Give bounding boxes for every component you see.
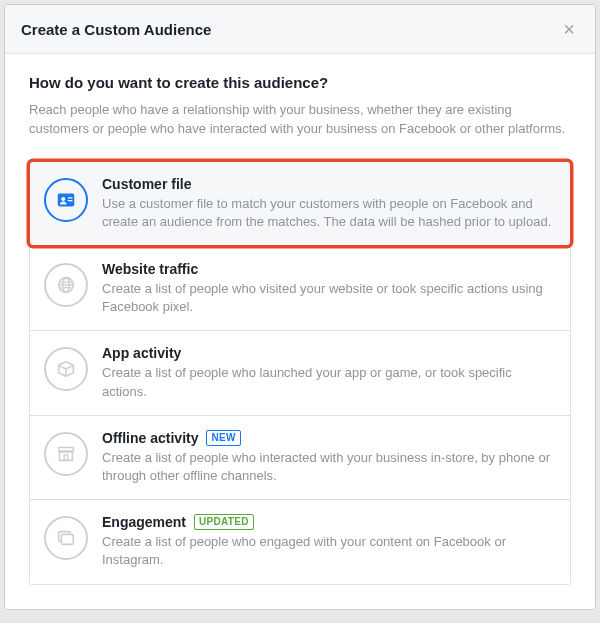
close-icon[interactable]: × (559, 19, 579, 39)
option-title: Website traffic (102, 261, 198, 277)
svg-point-1 (61, 197, 65, 201)
svg-rect-3 (68, 200, 73, 201)
option-desc: Use a customer file to match your custom… (102, 195, 554, 231)
modal-header: Create a Custom Audience × (5, 5, 595, 54)
modal-body: How do you want to create this audience?… (5, 54, 595, 609)
option-title: Offline activity (102, 430, 198, 446)
option-title: App activity (102, 345, 181, 361)
updated-badge: UPDATED (194, 514, 254, 530)
option-content: Customer file Use a customer file to mat… (102, 176, 554, 231)
question-subtext: Reach people who have a relationship wit… (29, 101, 571, 139)
option-offline-activity[interactable]: Offline activity NEW Create a list of pe… (30, 416, 570, 500)
option-title: Customer file (102, 176, 191, 192)
option-engagement[interactable]: Engagement UPDATED Create a list of peop… (30, 500, 570, 583)
option-content: App activity Create a list of people who… (102, 345, 554, 400)
engagement-icon (44, 516, 88, 560)
box-icon (44, 347, 88, 391)
modal-title: Create a Custom Audience (21, 21, 211, 38)
shop-icon (44, 432, 88, 476)
option-title: Engagement (102, 514, 186, 530)
globe-icon (44, 263, 88, 307)
new-badge: NEW (206, 430, 240, 446)
svg-rect-2 (68, 197, 73, 198)
option-content: Website traffic Create a list of people … (102, 261, 554, 316)
question-heading: How do you want to create this audience? (29, 74, 571, 91)
option-desc: Create a list of people who interacted w… (102, 449, 554, 485)
customer-file-icon (44, 178, 88, 222)
audience-option-list: Customer file Use a customer file to mat… (29, 161, 571, 585)
create-custom-audience-modal: Create a Custom Audience × How do you wa… (4, 4, 596, 610)
option-customer-file[interactable]: Customer file Use a customer file to mat… (27, 159, 573, 248)
svg-rect-8 (64, 455, 68, 461)
option-content: Offline activity NEW Create a list of pe… (102, 430, 554, 485)
option-content: Engagement UPDATED Create a list of peop… (102, 514, 554, 569)
option-desc: Create a list of people who visited your… (102, 280, 554, 316)
option-desc: Create a list of people who launched you… (102, 364, 554, 400)
svg-rect-10 (61, 535, 73, 545)
option-website-traffic[interactable]: Website traffic Create a list of people … (30, 247, 570, 331)
option-desc: Create a list of people who engaged with… (102, 533, 554, 569)
option-app-activity[interactable]: App activity Create a list of people who… (30, 331, 570, 415)
